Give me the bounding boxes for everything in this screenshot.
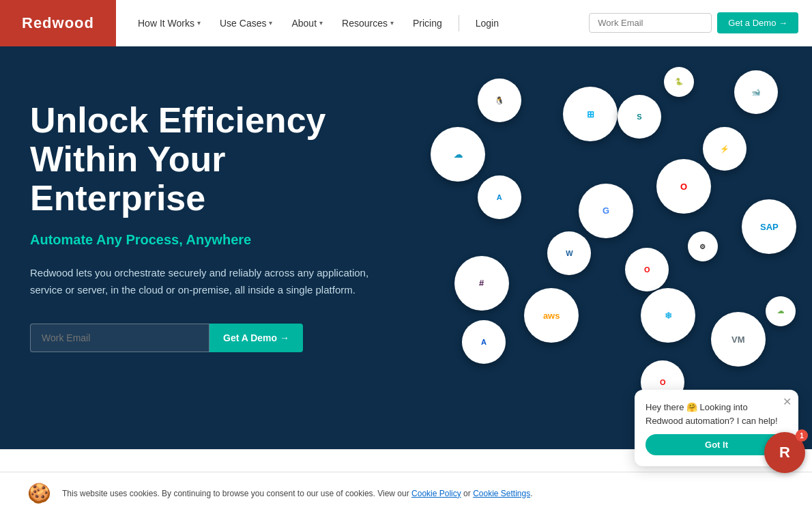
cookie-settings-link[interactable]: Cookie Settings — [473, 489, 530, 498]
nav-how-it-works[interactable]: How It Works ▾ — [130, 12, 209, 34]
cookie-text: This website uses cookies. By continuing… — [62, 487, 785, 500]
hero-description: Redwood lets you orchestrate securely an… — [30, 264, 385, 299]
hero-title: Unlock Efficiency Within Your Enterprise — [30, 101, 393, 218]
logo[interactable]: Redwood — [0, 0, 116, 46]
hero-demo-button[interactable]: Get A Demo → — [209, 324, 303, 352]
chat-badge: 1 — [796, 429, 808, 442]
navigation: Redwood How It Works ▾ Use Cases ▾ About… — [0, 0, 812, 46]
hero-visual: 🐧🐍⊞AS⚡🐋SAPO#WO⚙aws☁G❄AVM☁O — [423, 46, 812, 449]
hero-email-input[interactable] — [30, 324, 209, 352]
nav-use-cases[interactable]: Use Cases ▾ — [212, 12, 280, 34]
float-logo-sf: ☁ — [431, 127, 485, 182]
float-logo-gcp: G — [579, 184, 633, 238]
hero-form: Get A Demo → — [30, 324, 303, 352]
float-logo-oracle: O — [656, 159, 711, 214]
cookie-bar: 🍪 This website uses cookies. By continui… — [0, 472, 812, 514]
nav-about[interactable]: About ▾ — [283, 12, 331, 34]
logo-text: Redwood — [22, 14, 94, 32]
hero-content: Unlock Efficiency Within Your Enterprise… — [0, 46, 423, 449]
nav-divider — [459, 15, 459, 31]
hero-section: Unlock Efficiency Within Your Enterprise… — [0, 46, 812, 449]
float-logo-☁: ☁ — [766, 296, 796, 326]
nav-cta-area: Get a Demo → — [589, 12, 798, 33]
float-logo-winair: W — [547, 231, 591, 275]
float-logo-sp: S — [618, 95, 661, 139]
chat-widget: ✕ Hey there 🤗 Looking into Redwood autom… — [635, 390, 798, 466]
nav-login[interactable]: Login — [467, 12, 507, 34]
cookie-policy-link[interactable]: Cookie Policy — [411, 489, 461, 498]
float-logo-aws: aws — [524, 288, 579, 343]
float-logo-atlassian: A — [462, 320, 506, 364]
float-logo-azure: A — [478, 175, 521, 219]
float-logo-❄: ❄ — [641, 288, 695, 343]
float-logo-windows: ⊞ — [563, 87, 618, 141]
float-logo-linux: 🐧 — [478, 78, 521, 122]
nav-email-input[interactable] — [589, 13, 712, 33]
hero-subtitle: Automate Any Process, Anywhere — [30, 232, 393, 248]
float-logo-sap: SAP — [742, 199, 796, 254]
float-logo-⚙: ⚙ — [688, 231, 718, 261]
chat-avatar[interactable]: R 1 — [764, 432, 805, 473]
nav-resources[interactable]: Resources ▾ — [334, 12, 402, 34]
nav-links: How It Works ▾ Use Cases ▾ About ▾ Resou… — [130, 12, 589, 34]
float-logo-⚡: ⚡ — [703, 127, 746, 171]
chat-message: Hey there 🤗 Looking into Redwood automat… — [646, 401, 787, 427]
chevron-down-icon: ▾ — [319, 19, 323, 27]
chevron-down-icon: ▾ — [269, 19, 272, 27]
cookie-icon: 🍪 — [27, 482, 51, 504]
float-logo-slack: # — [454, 256, 509, 311]
close-icon[interactable]: ✕ — [783, 395, 792, 408]
chevron-down-icon: ▾ — [390, 19, 394, 27]
float-logo-python: 🐍 — [664, 67, 694, 97]
float-logo-docker: 🐋 — [734, 70, 778, 114]
float-logo-vmware: VM — [711, 312, 766, 367]
nav-demo-button[interactable]: Get a Demo → — [717, 12, 798, 33]
float-logo-oracle: O — [625, 248, 669, 291]
nav-pricing[interactable]: Pricing — [405, 12, 450, 34]
chevron-down-icon: ▾ — [197, 19, 201, 27]
